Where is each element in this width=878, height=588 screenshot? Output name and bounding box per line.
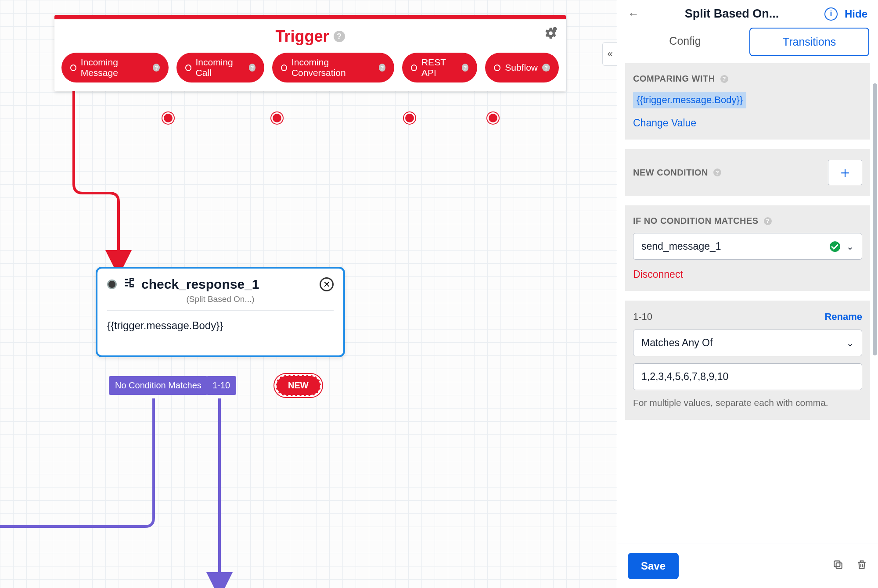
chevron-down-icon: ⌄ (846, 241, 854, 252)
change-value-link[interactable]: Change Value (633, 117, 862, 129)
panel-title: Split Based On... (646, 7, 817, 21)
condition-name: 1-10 (633, 311, 652, 323)
svg-point-0 (553, 27, 557, 31)
section-label: COMPARING WITH ? (633, 74, 862, 84)
trigger-title: Trigger ? (275, 27, 345, 46)
pill-incoming-message[interactable]: Incoming Message? (61, 53, 169, 82)
pill-incoming-conversation[interactable]: Incoming Conversation? (272, 53, 394, 82)
output-port[interactable] (487, 112, 499, 124)
help-icon[interactable]: ? (153, 64, 160, 72)
panel-body[interactable]: COMPARING WITH ? {{trigger.message.Body}… (617, 63, 878, 544)
output-port[interactable] (271, 112, 283, 124)
pill-rest-api[interactable]: REST API? (402, 53, 477, 82)
split-node[interactable]: check_response_1 ✕ (Split Based On...) {… (96, 267, 345, 357)
disconnect-link[interactable]: Disconnect (633, 269, 862, 280)
tag-no-condition-matches[interactable]: No Condition Matches (109, 376, 208, 395)
trigger-title-text: Trigger (275, 27, 329, 46)
section-condition: 1-10 Rename Matches Any Of ⌄ For multipl… (625, 301, 870, 420)
tab-config[interactable]: Config (626, 28, 744, 56)
copy-icon[interactable] (832, 559, 844, 574)
back-icon[interactable]: ← (628, 7, 639, 21)
panel-footer: Save (617, 544, 878, 588)
help-icon[interactable]: ? (542, 64, 550, 72)
help-icon[interactable]: ? (379, 64, 386, 72)
section-comparing-with: COMPARING WITH ? {{trigger.message.Body}… (625, 63, 870, 140)
help-icon[interactable]: ? (462, 64, 469, 72)
tag-condition-1-10[interactable]: 1-10 (206, 376, 236, 395)
help-icon[interactable]: ? (720, 75, 728, 83)
info-icon[interactable]: i (824, 7, 838, 21)
help-icon[interactable]: ? (764, 217, 772, 225)
pill-subflow[interactable]: Subflow? (485, 53, 559, 82)
tag-new-condition[interactable]: NEW (276, 375, 321, 396)
help-icon[interactable]: ? (249, 64, 256, 72)
output-port[interactable] (162, 112, 174, 124)
help-icon[interactable]: ? (334, 31, 345, 42)
no-match-select[interactable]: send_message_1 ⌄ (633, 233, 862, 260)
check-icon (830, 241, 840, 252)
operator-value: Matches Any Of (641, 337, 712, 349)
trigger-header: Trigger ? (54, 19, 566, 50)
split-node-subtitle: (Split Based On...) (107, 294, 334, 311)
svg-rect-2 (834, 561, 840, 566)
chevron-down-icon: ⌄ (846, 338, 854, 348)
input-port[interactable] (107, 280, 117, 289)
output-port[interactable] (404, 112, 415, 124)
split-icon (123, 276, 135, 292)
delete-icon[interactable] (856, 559, 867, 574)
save-button[interactable]: Save (628, 553, 679, 579)
gear-icon[interactable] (543, 25, 558, 42)
section-new-condition: NEW CONDITION ? ＋ (625, 149, 870, 196)
close-icon[interactable]: ✕ (320, 277, 334, 291)
rename-link[interactable]: Rename (824, 311, 862, 323)
svg-rect-1 (836, 563, 842, 568)
section-label: NEW CONDITION ? (633, 168, 721, 178)
condition-value-input[interactable] (633, 363, 862, 390)
help-icon[interactable]: ? (713, 169, 721, 176)
side-panel: « ← Split Based On... i Hide Config Tran… (617, 0, 878, 588)
collapse-panel-button[interactable]: « (602, 42, 617, 66)
flow-canvas[interactable]: Trigger ? Incoming Message? Incoming Cal… (0, 0, 617, 588)
trigger-node[interactable]: Trigger ? Incoming Message? Incoming Cal… (54, 15, 566, 91)
no-match-value: send_message_1 (641, 240, 721, 252)
split-node-body: {{trigger.message.Body}} (97, 311, 343, 355)
add-condition-button[interactable]: ＋ (828, 160, 862, 185)
tab-transitions[interactable]: Transitions (749, 28, 869, 56)
split-node-title: check_response_1 (141, 277, 259, 292)
operator-select[interactable]: Matches Any Of ⌄ (633, 330, 862, 356)
pill-incoming-call[interactable]: Incoming Call? (176, 53, 264, 82)
panel-tabs: Config Transitions (617, 28, 878, 63)
hide-button[interactable]: Hide (845, 8, 867, 20)
trigger-outputs: Incoming Message? Incoming Call? Incomin… (54, 50, 566, 91)
section-label: IF NO CONDITION MATCHES ? (633, 216, 862, 226)
panel-header: ← Split Based On... i Hide (617, 0, 878, 28)
scrollbar[interactable] (873, 83, 877, 355)
comparing-token[interactable]: {{trigger.message.Body}} (633, 92, 746, 108)
condition-hint: For multiple values, separate each with … (633, 396, 862, 409)
section-no-condition-matches: IF NO CONDITION MATCHES ? send_message_1… (625, 205, 870, 291)
